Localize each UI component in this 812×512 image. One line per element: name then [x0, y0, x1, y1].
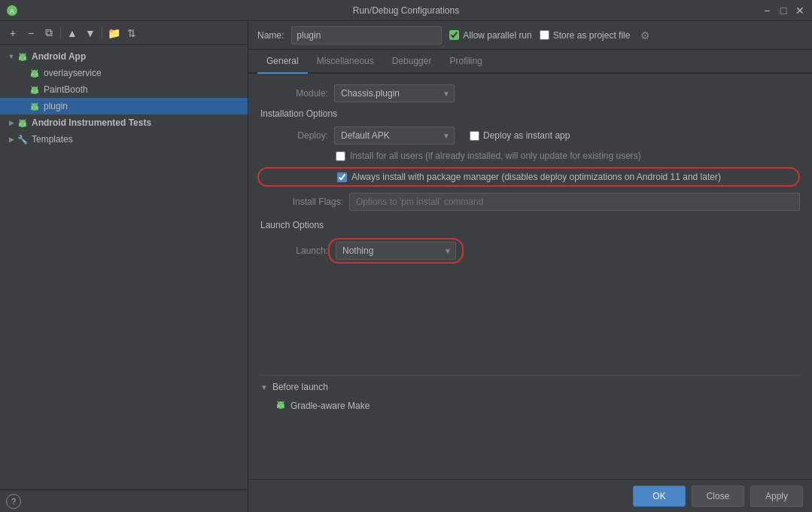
svg-point-43: [278, 401, 284, 406]
launch-select-wrapper: Nothing Default Activity Specified Activ…: [336, 242, 456, 260]
left-panel: + − ⧉ ▲ ▼ 📁 ⇅: [0, 21, 248, 512]
tab-debugger[interactable]: Debugger: [383, 50, 441, 74]
sort-button[interactable]: ⇅: [123, 25, 140, 41]
right-panel: Name: Allow parallel run Store as projec…: [248, 21, 812, 512]
tree-item-paintbooth[interactable]: ▶ PaintBooth: [0, 81, 248, 98]
move-down-button[interactable]: ▼: [82, 25, 99, 41]
deploy-instant-label[interactable]: Deploy as instant app: [470, 130, 570, 141]
deploy-select[interactable]: Default APK APK from app bundle Nothing: [334, 126, 455, 145]
svg-point-15: [32, 70, 38, 75]
tree-item-android-app[interactable]: ▼ Android App: [0, 48, 248, 65]
install-flags-input[interactable]: [349, 193, 800, 211]
name-input[interactable]: [291, 26, 442, 44]
deploy-instant-text: Deploy as instant app: [483, 130, 570, 141]
tree-item-label: Android Instrumented Tests: [32, 117, 151, 128]
bottom-bar: ?: [0, 489, 248, 512]
deploy-label: Deploy:: [260, 130, 328, 141]
wrench-icon: 🔧: [17, 133, 29, 145]
allow-parallel-text: Allow parallel run: [463, 30, 531, 41]
svg-point-36: [20, 120, 26, 124]
sort-icon: ⇅: [127, 27, 136, 39]
always-install-row: Always install with package manager (dis…: [257, 167, 800, 187]
android-icon: [17, 50, 29, 62]
tree-expand-arrow: ▼: [6, 51, 17, 62]
install-for-all-checkbox[interactable]: [336, 151, 345, 161]
copy-icon: ⧉: [45, 26, 53, 39]
title-bar: A Run/Debug Configurations − □ ✕: [0, 0, 812, 21]
store-as-project-text: Store as project file: [553, 30, 631, 41]
allow-parallel-checkbox[interactable]: [449, 30, 459, 40]
launch-select[interactable]: Nothing Default Activity Specified Activ…: [336, 242, 456, 260]
launch-label: Launch:: [260, 245, 328, 256]
move-up-button[interactable]: ▲: [64, 25, 81, 41]
gradle-make-label: Gradle-aware Make: [290, 401, 370, 411]
name-label: Name:: [257, 30, 284, 41]
svg-point-8: [20, 53, 26, 58]
module-select[interactable]: Chassis.plugin: [334, 84, 455, 102]
dialog-title: Run/Debug Configurations: [353, 5, 459, 16]
plus-icon: +: [10, 27, 16, 39]
copy-config-button[interactable]: ⧉: [41, 25, 57, 41]
title-controls: − □ ✕: [761, 5, 806, 17]
gear-button[interactable]: ⚙: [637, 28, 652, 43]
install-for-all-row: Install for all users (if already instal…: [260, 151, 800, 161]
tree-item-label: plugin: [44, 101, 68, 111]
install-for-all-text[interactable]: Install for all users (if already instal…: [350, 151, 641, 161]
close-button[interactable]: Close: [692, 486, 744, 507]
button-row: OK Close Apply: [248, 479, 812, 512]
help-button[interactable]: ?: [6, 494, 21, 509]
android-icon: [17, 117, 29, 129]
minus-icon: −: [28, 27, 34, 39]
module-label: Module:: [260, 88, 328, 99]
module-row: Module: Chassis.plugin ▼: [260, 84, 800, 102]
gradle-make-icon: [275, 399, 286, 412]
content-spacer: [260, 270, 800, 375]
deploy-instant-checkbox[interactable]: [470, 131, 479, 141]
tree-expand-arrow: ▶: [6, 134, 17, 145]
toolbar-separator-2: [102, 27, 102, 39]
tree-item-templates[interactable]: ▶ 🔧 Templates: [0, 131, 248, 148]
android-config-icon: [29, 67, 41, 79]
tab-profiling[interactable]: Profiling: [440, 50, 491, 74]
app-icon: A: [6, 5, 18, 17]
content-area: Module: Chassis.plugin ▼ Installation Op…: [248, 74, 812, 479]
tab-general[interactable]: General: [257, 50, 308, 74]
name-row: Name: Allow parallel run Store as projec…: [248, 21, 812, 50]
store-as-project-checkbox[interactable]: [540, 30, 549, 40]
before-launch-triangle[interactable]: ▼: [260, 383, 268, 392]
apply-button[interactable]: Apply: [750, 486, 803, 507]
tree-item-plugin[interactable]: ▶ plugin: [0, 98, 248, 114]
svg-text:A: A: [10, 8, 14, 15]
always-install-text[interactable]: Always install with package manager (dis…: [351, 172, 721, 182]
tree-item-label: overlayservice: [44, 68, 102, 78]
main-layout: + − ⧉ ▲ ▼ 📁 ⇅: [0, 21, 812, 512]
close-button[interactable]: ✕: [794, 5, 806, 17]
svg-point-22: [32, 87, 38, 91]
tree-item-overlayservice[interactable]: ▶ overlayservice: [0, 65, 248, 81]
toolbar-separator-1: [60, 27, 61, 39]
add-config-button[interactable]: +: [5, 25, 21, 41]
android-config-icon: [29, 84, 41, 96]
store-as-project-label[interactable]: Store as project file: [540, 30, 631, 41]
folder-icon: 📁: [108, 27, 120, 39]
before-launch-title: Before launch: [272, 382, 328, 392]
launch-options-title: Launch Options: [260, 220, 800, 230]
svg-point-29: [32, 103, 38, 108]
tree-toolbar: + − ⧉ ▲ ▼ 📁 ⇅: [0, 21, 248, 45]
remove-config-button[interactable]: −: [23, 25, 39, 41]
config-tree: ▼ Android App ▶ overlayservice ▶: [0, 45, 248, 489]
launch-row-wrapper: Launch: Nothing Default Activity Specifi…: [260, 238, 800, 264]
tabs-row: General Miscellaneous Debugger Profiling: [248, 50, 812, 74]
deploy-select-wrapper: Default APK APK from app bundle Nothing …: [334, 126, 455, 145]
tree-item-label: Android App: [32, 51, 86, 62]
allow-parallel-label[interactable]: Allow parallel run: [449, 30, 531, 41]
android-config-icon: [29, 100, 41, 112]
maximize-button[interactable]: □: [777, 5, 789, 17]
minimize-button[interactable]: −: [761, 5, 773, 17]
ok-button[interactable]: OK: [633, 486, 686, 507]
tab-miscellaneous[interactable]: Miscellaneous: [308, 50, 383, 74]
always-install-checkbox[interactable]: [337, 172, 347, 182]
before-launch-item-gradle: Gradle-aware Make: [269, 397, 800, 414]
folder-button[interactable]: 📁: [105, 25, 122, 41]
tree-item-android-instrumented[interactable]: ▶ Android Instrumented Tests: [0, 114, 248, 131]
